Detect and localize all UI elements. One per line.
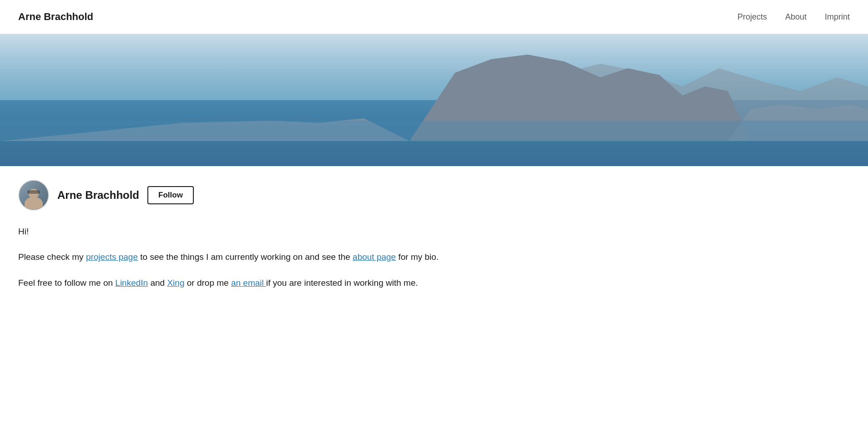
- social-paragraph: Feel free to follow me on LinkedIn and X…: [18, 276, 850, 290]
- nav-projects[interactable]: Projects: [737, 12, 767, 22]
- site-header: Arne Brachhold Projects About Imprint: [0, 0, 868, 34]
- nav-imprint[interactable]: Imprint: [825, 12, 850, 22]
- email-link[interactable]: an email: [231, 278, 266, 288]
- nav-about[interactable]: About: [785, 12, 807, 22]
- mountain-illustration: [0, 50, 868, 141]
- glasses-decoration: [28, 191, 40, 193]
- svg-rect-4: [0, 121, 868, 141]
- profile-section: Arne Brachhold Follow: [0, 166, 868, 220]
- greeting-text: Hi!: [18, 224, 850, 239]
- linkedin-link[interactable]: LinkedIn: [115, 278, 148, 288]
- profile-name: Arne Brachhold: [57, 189, 139, 202]
- intro-paragraph: Please check my projects page to see the…: [18, 250, 850, 264]
- avatar-image: [19, 181, 48, 210]
- main-nav: Projects About Imprint: [737, 12, 850, 22]
- hero-banner: [0, 34, 868, 166]
- projects-page-link[interactable]: projects page: [86, 252, 138, 262]
- site-title: Arne Brachhold: [18, 11, 93, 23]
- follow-button[interactable]: Follow: [147, 186, 194, 204]
- avatar: [18, 180, 49, 211]
- about-page-link[interactable]: about page: [353, 252, 396, 262]
- content-section: Hi! Please check my projects page to see…: [0, 220, 868, 319]
- xing-link[interactable]: Xing: [167, 278, 184, 288]
